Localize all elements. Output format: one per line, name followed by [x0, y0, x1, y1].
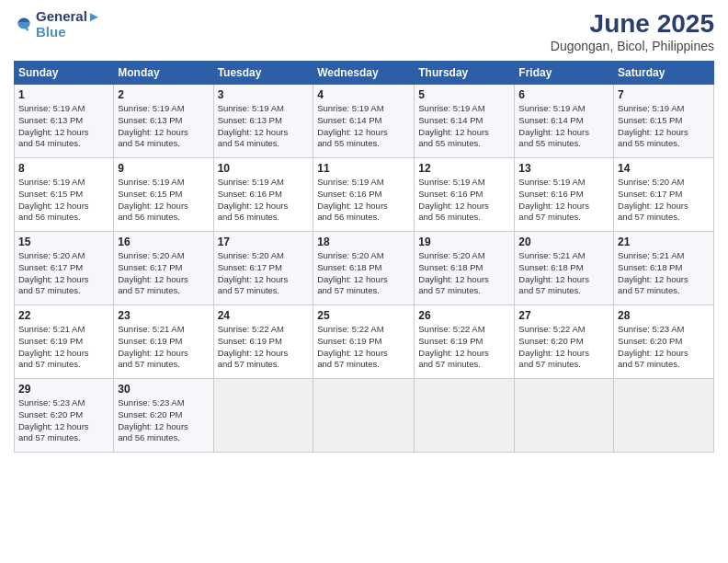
logo: General► Blue	[14, 9, 101, 40]
day-info: Sunrise: 5:23 AM Sunset: 6:20 PM Dayligh…	[618, 324, 710, 371]
weekday-header: Tuesday	[213, 62, 313, 85]
day-info: Sunrise: 5:19 AM Sunset: 6:15 PM Dayligh…	[618, 103, 710, 150]
calendar-cell: 12Sunrise: 5:19 AM Sunset: 6:16 PM Dayli…	[415, 158, 515, 232]
calendar-cell: 19Sunrise: 5:20 AM Sunset: 6:18 PM Dayli…	[415, 232, 515, 305]
calendar-cell: 21Sunrise: 5:21 AM Sunset: 6:18 PM Dayli…	[614, 232, 714, 305]
weekday-header: Sunday	[15, 62, 114, 85]
calendar-cell: 11Sunrise: 5:19 AM Sunset: 6:16 PM Dayli…	[313, 158, 415, 232]
day-info: Sunrise: 5:19 AM Sunset: 6:15 PM Dayligh…	[118, 177, 209, 224]
day-info: Sunrise: 5:19 AM Sunset: 6:14 PM Dayligh…	[518, 103, 609, 150]
day-number: 27	[518, 309, 609, 322]
day-info: Sunrise: 5:21 AM Sunset: 6:19 PM Dayligh…	[18, 324, 109, 371]
day-number: 16	[118, 236, 209, 248]
day-number: 13	[518, 162, 609, 175]
day-number: 9	[118, 162, 209, 175]
location: Dugongan, Bicol, Philippines	[551, 39, 714, 53]
calendar-cell: 9Sunrise: 5:19 AM Sunset: 6:15 PM Daylig…	[114, 158, 213, 232]
day-number: 26	[418, 309, 510, 322]
day-info: Sunrise: 5:22 AM Sunset: 6:19 PM Dayligh…	[218, 324, 310, 371]
day-number: 28	[618, 309, 710, 322]
day-info: Sunrise: 5:20 AM Sunset: 6:17 PM Dayligh…	[118, 250, 209, 297]
day-info: Sunrise: 5:23 AM Sunset: 6:20 PM Dayligh…	[18, 397, 109, 444]
day-number: 11	[317, 162, 410, 175]
calendar-cell: 26Sunrise: 5:22 AM Sunset: 6:19 PM Dayli…	[415, 305, 515, 379]
calendar-cell: 10Sunrise: 5:19 AM Sunset: 6:16 PM Dayli…	[213, 158, 313, 232]
calendar-week-row: 1Sunrise: 5:19 AM Sunset: 6:13 PM Daylig…	[15, 85, 714, 158]
calendar-cell: 16Sunrise: 5:20 AM Sunset: 6:17 PM Dayli…	[114, 232, 213, 305]
day-info: Sunrise: 5:19 AM Sunset: 6:14 PM Dayligh…	[317, 103, 410, 150]
day-info: Sunrise: 5:19 AM Sunset: 6:16 PM Dayligh…	[418, 177, 510, 224]
day-number: 29	[18, 383, 109, 396]
day-number: 19	[418, 236, 510, 248]
weekday-header: Friday	[515, 62, 614, 85]
weekday-header: Monday	[114, 62, 213, 85]
title-block: June 2025 Dugongan, Bicol, Philippines	[551, 9, 714, 53]
calendar-cell: 3Sunrise: 5:19 AM Sunset: 6:13 PM Daylig…	[213, 85, 313, 158]
calendar-cell: 17Sunrise: 5:20 AM Sunset: 6:17 PM Dayli…	[213, 232, 313, 305]
calendar-cell: 14Sunrise: 5:20 AM Sunset: 6:17 PM Dayli…	[614, 158, 714, 232]
day-number: 5	[418, 88, 510, 101]
month-title: June 2025	[551, 9, 714, 39]
day-info: Sunrise: 5:20 AM Sunset: 6:18 PM Dayligh…	[418, 250, 510, 297]
calendar-cell	[415, 379, 515, 453]
calendar-page: General► Blue June 2025 Dugongan, Bicol,…	[0, 0, 728, 563]
calendar-cell: 27Sunrise: 5:22 AM Sunset: 6:20 PM Dayli…	[515, 305, 614, 379]
calendar-cell: 15Sunrise: 5:20 AM Sunset: 6:17 PM Dayli…	[15, 232, 114, 305]
page-header: General► Blue June 2025 Dugongan, Bicol,…	[14, 9, 714, 53]
day-info: Sunrise: 5:21 AM Sunset: 6:19 PM Dayligh…	[118, 324, 209, 371]
day-number: 2	[118, 88, 209, 101]
day-number: 30	[118, 383, 209, 396]
day-number: 6	[518, 88, 609, 101]
day-number: 17	[218, 236, 310, 248]
day-number: 8	[18, 162, 109, 175]
calendar-cell: 7Sunrise: 5:19 AM Sunset: 6:15 PM Daylig…	[614, 85, 714, 158]
day-info: Sunrise: 5:19 AM Sunset: 6:13 PM Dayligh…	[218, 103, 310, 150]
day-info: Sunrise: 5:21 AM Sunset: 6:18 PM Dayligh…	[518, 250, 609, 297]
calendar-cell: 8Sunrise: 5:19 AM Sunset: 6:15 PM Daylig…	[15, 158, 114, 232]
calendar-cell: 28Sunrise: 5:23 AM Sunset: 6:20 PM Dayli…	[614, 305, 714, 379]
day-info: Sunrise: 5:19 AM Sunset: 6:16 PM Dayligh…	[518, 177, 609, 224]
day-info: Sunrise: 5:19 AM Sunset: 6:16 PM Dayligh…	[218, 177, 310, 224]
day-number: 23	[118, 309, 209, 322]
day-number: 1	[18, 88, 109, 101]
calendar-table: SundayMondayTuesdayWednesdayThursdayFrid…	[14, 61, 714, 453]
logo-text: General►	[36, 9, 101, 25]
day-info: Sunrise: 5:22 AM Sunset: 6:19 PM Dayligh…	[317, 324, 410, 371]
calendar-cell: 20Sunrise: 5:21 AM Sunset: 6:18 PM Dayli…	[515, 232, 614, 305]
day-number: 10	[218, 162, 310, 175]
calendar-cell	[313, 379, 415, 453]
calendar-cell: 30Sunrise: 5:23 AM Sunset: 6:20 PM Dayli…	[114, 379, 213, 453]
weekday-header: Saturday	[614, 62, 714, 85]
day-info: Sunrise: 5:20 AM Sunset: 6:17 PM Dayligh…	[218, 250, 310, 297]
day-info: Sunrise: 5:23 AM Sunset: 6:20 PM Dayligh…	[118, 397, 209, 444]
calendar-week-row: 8Sunrise: 5:19 AM Sunset: 6:15 PM Daylig…	[15, 158, 714, 232]
calendar-cell: 22Sunrise: 5:21 AM Sunset: 6:19 PM Dayli…	[15, 305, 114, 379]
day-info: Sunrise: 5:20 AM Sunset: 6:17 PM Dayligh…	[618, 177, 710, 224]
logo-icon	[16, 17, 32, 33]
calendar-cell: 25Sunrise: 5:22 AM Sunset: 6:19 PM Dayli…	[313, 305, 415, 379]
day-number: 24	[218, 309, 310, 322]
day-number: 25	[317, 309, 410, 322]
day-number: 20	[518, 236, 609, 248]
day-number: 3	[218, 88, 310, 101]
calendar-cell: 24Sunrise: 5:22 AM Sunset: 6:19 PM Dayli…	[213, 305, 313, 379]
day-info: Sunrise: 5:22 AM Sunset: 6:19 PM Dayligh…	[418, 324, 510, 371]
day-info: Sunrise: 5:19 AM Sunset: 6:13 PM Dayligh…	[18, 103, 109, 150]
calendar-cell: 29Sunrise: 5:23 AM Sunset: 6:20 PM Dayli…	[15, 379, 114, 453]
day-number: 22	[18, 309, 109, 322]
calendar-cell: 23Sunrise: 5:21 AM Sunset: 6:19 PM Dayli…	[114, 305, 213, 379]
calendar-cell	[213, 379, 313, 453]
day-info: Sunrise: 5:22 AM Sunset: 6:20 PM Dayligh…	[518, 324, 609, 371]
day-number: 21	[618, 236, 710, 248]
day-info: Sunrise: 5:20 AM Sunset: 6:17 PM Dayligh…	[18, 250, 109, 297]
day-number: 14	[618, 162, 710, 175]
calendar-cell: 2Sunrise: 5:19 AM Sunset: 6:13 PM Daylig…	[114, 85, 213, 158]
day-number: 15	[18, 236, 109, 248]
day-info: Sunrise: 5:21 AM Sunset: 6:18 PM Dayligh…	[618, 250, 710, 297]
calendar-cell: 18Sunrise: 5:20 AM Sunset: 6:18 PM Dayli…	[313, 232, 415, 305]
calendar-header: SundayMondayTuesdayWednesdayThursdayFrid…	[15, 62, 714, 85]
calendar-cell	[614, 379, 714, 453]
calendar-cell: 4Sunrise: 5:19 AM Sunset: 6:14 PM Daylig…	[313, 85, 415, 158]
calendar-cell	[515, 379, 614, 453]
calendar-week-row: 22Sunrise: 5:21 AM Sunset: 6:19 PM Dayli…	[15, 305, 714, 379]
